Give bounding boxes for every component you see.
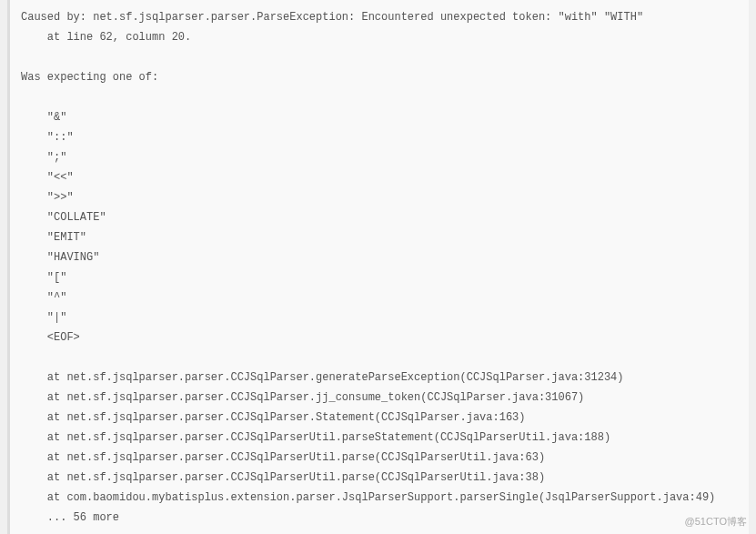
stacktrace-line: "&" bbox=[21, 107, 738, 127]
stacktrace-line: at net.sf.jsqlparser.parser.CCJSqlParser… bbox=[21, 368, 738, 388]
watermark-label: @51CTO博客 bbox=[685, 515, 747, 529]
stacktrace-line: Was expecting one of: bbox=[21, 67, 738, 87]
stacktrace-line bbox=[21, 348, 738, 368]
stacktrace-line: ... 56 more bbox=[21, 508, 738, 528]
stacktrace-line: "COLLATE" bbox=[21, 207, 738, 227]
stacktrace-line: "::" bbox=[21, 127, 738, 147]
stacktrace-line: at net.sf.jsqlparser.parser.CCJSqlParser… bbox=[21, 388, 738, 408]
stacktrace-line: "<<" bbox=[21, 167, 738, 187]
stacktrace-line: at net.sf.jsqlparser.parser.CCJSqlParser… bbox=[21, 448, 738, 468]
stacktrace-line bbox=[21, 87, 738, 107]
stacktrace-line: at net.sf.jsqlparser.parser.CCJSqlParser… bbox=[21, 408, 738, 428]
stacktrace-line: <EOF> bbox=[21, 327, 738, 348]
stacktrace-line: ">>" bbox=[21, 187, 738, 207]
stacktrace-line bbox=[21, 47, 738, 67]
stacktrace-line: "[" bbox=[21, 267, 738, 287]
stacktrace-line: at com.baomidou.mybatisplus.extension.pa… bbox=[21, 488, 738, 508]
stacktrace-line: "^" bbox=[21, 287, 738, 307]
stacktrace-line: ";" bbox=[21, 147, 738, 167]
stacktrace-block: Caused by: net.sf.jsqlparser.parser.Pars… bbox=[7, 0, 749, 534]
stacktrace-line: Caused by: net.sf.jsqlparser.parser.Pars… bbox=[21, 7, 738, 27]
stacktrace-lines: Caused by: net.sf.jsqlparser.parser.Pars… bbox=[21, 7, 738, 528]
stacktrace-line: "|" bbox=[21, 307, 738, 327]
stacktrace-line: "HAVING" bbox=[21, 247, 738, 267]
stacktrace-line: at net.sf.jsqlparser.parser.CCJSqlParser… bbox=[21, 428, 738, 448]
stacktrace-line: "EMIT" bbox=[21, 227, 738, 247]
stacktrace-line: at net.sf.jsqlparser.parser.CCJSqlParser… bbox=[21, 468, 738, 488]
stacktrace-line: at line 62, column 20. bbox=[21, 27, 738, 47]
